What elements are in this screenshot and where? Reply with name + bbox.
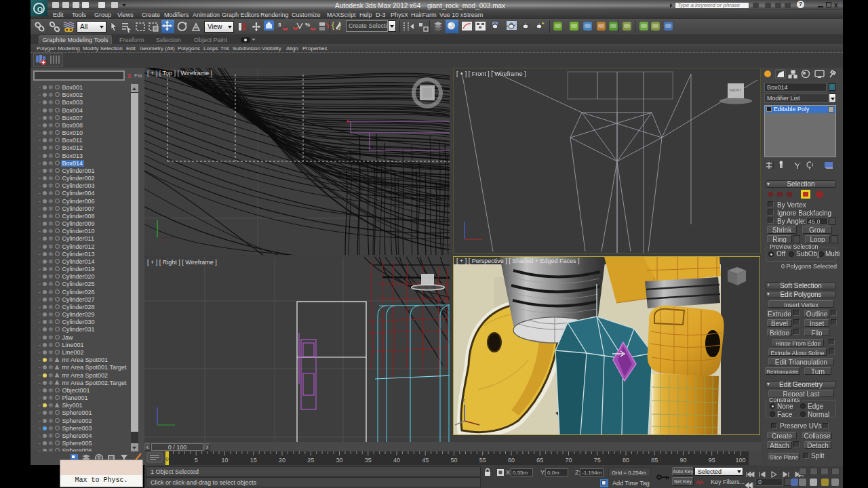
svg-text:60: 60 xyxy=(508,457,515,464)
svg-text:{: { xyxy=(332,20,334,30)
svg-text:40: 40 xyxy=(393,457,400,464)
svg-text:%: % xyxy=(305,22,310,28)
svg-text:65: 65 xyxy=(536,457,543,464)
svg-text:80: 80 xyxy=(623,457,629,464)
svg-text:75: 75 xyxy=(594,457,601,464)
svg-text:15: 15 xyxy=(250,457,257,464)
svg-text:35: 35 xyxy=(365,457,372,464)
svg-text:5: 5 xyxy=(195,457,198,464)
svg-text:25: 25 xyxy=(307,457,314,464)
svg-text:50: 50 xyxy=(450,457,457,464)
svg-text:90: 90 xyxy=(679,457,686,464)
svg-text:0: 0 xyxy=(165,456,169,462)
svg-text:30: 30 xyxy=(336,457,342,464)
svg-text:z: z xyxy=(462,398,465,403)
svg-text:10: 10 xyxy=(221,457,228,464)
svg-text:70: 70 xyxy=(565,457,572,464)
svg-text:45: 45 xyxy=(422,457,429,464)
svg-text:x: x xyxy=(163,237,166,243)
svg-text:95: 95 xyxy=(709,457,715,464)
svg-text:55: 55 xyxy=(479,457,486,464)
svg-text:FRONT: FRONT xyxy=(730,88,741,92)
svg-text:85: 85 xyxy=(651,457,658,464)
svg-text:100: 100 xyxy=(735,457,745,464)
svg-text:3: 3 xyxy=(278,22,281,28)
svg-text:20: 20 xyxy=(279,457,285,464)
